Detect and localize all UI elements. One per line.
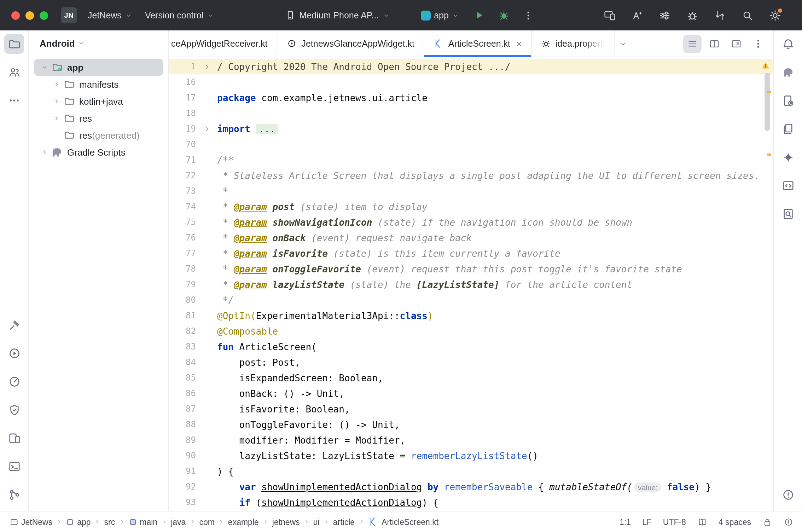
- line-number[interactable]: 83: [169, 342, 196, 352]
- line-number[interactable]: 92: [169, 482, 196, 492]
- line-number[interactable]: 78: [169, 264, 196, 274]
- layout-inspector-button[interactable]: [598, 5, 621, 25]
- line-number[interactable]: 89: [169, 435, 196, 445]
- code-line-78[interactable]: 78 * @param onToggleFavorite (event) req…: [169, 261, 773, 277]
- preview-layout-button[interactable]: [727, 34, 745, 53]
- code-line-86[interactable]: 86 onBack: () -> Unit,: [169, 386, 773, 401]
- settings-button[interactable]: [764, 5, 786, 25]
- search-button[interactable]: [736, 5, 759, 25]
- code-line-90[interactable]: 90 lazyListState: LazyListState = rememb…: [169, 448, 773, 463]
- version-control-button[interactable]: [4, 485, 24, 504]
- line-number[interactable]: 91: [169, 466, 196, 476]
- line-number[interactable]: 74: [169, 202, 196, 212]
- breadcrumb-item-com[interactable]: com: [199, 517, 214, 526]
- reader-mode-icon[interactable]: [697, 517, 707, 527]
- file-encoding[interactable]: UTF-8: [663, 517, 686, 526]
- code-line-87[interactable]: 87 isFavorite: Boolean,: [169, 401, 773, 417]
- profiler-button[interactable]: [4, 371, 24, 391]
- chevron-right-icon[interactable]: [39, 149, 50, 156]
- gradle-button[interactable]: [778, 62, 798, 82]
- line-separator[interactable]: LF: [642, 517, 652, 526]
- caret-position[interactable]: 1:1: [620, 517, 631, 526]
- line-number[interactable]: 75: [169, 217, 196, 227]
- breadcrumb-item-java[interactable]: java: [171, 517, 186, 526]
- code-line-1[interactable]: 1/ Copyright 2020 The Android Open Sourc…: [169, 59, 773, 74]
- app-insights-button[interactable]: [4, 400, 24, 420]
- terminal-button[interactable]: [4, 456, 24, 476]
- more-run-actions-button[interactable]: [517, 5, 540, 25]
- code-line-84[interactable]: 84 post: Post,: [169, 354, 773, 370]
- run-button[interactable]: [468, 5, 490, 25]
- breadcrumb-item-src[interactable]: src: [104, 517, 115, 526]
- minimize-window-button[interactable]: [25, 11, 34, 19]
- tab-ceappwidgetreceiver-kt[interactable]: ceAppWidgetReceiver.kt: [169, 30, 277, 57]
- line-number[interactable]: 17: [169, 93, 196, 103]
- line-number[interactable]: 77: [169, 248, 196, 258]
- code-line-91[interactable]: 91) {: [169, 463, 773, 479]
- code-line-72[interactable]: 72 * Stateless Article Screen that displ…: [169, 168, 773, 183]
- line-number[interactable]: 88: [169, 420, 196, 429]
- breadcrumb-item-ui[interactable]: ui: [313, 517, 320, 526]
- device-manager-button[interactable]: [4, 428, 24, 448]
- close-window-button[interactable]: [11, 11, 20, 19]
- device-selector[interactable]: Medium Phone AP...: [279, 6, 396, 24]
- filter-settings-button[interactable]: [653, 5, 676, 25]
- chevron-right-icon[interactable]: [51, 81, 62, 88]
- warning-stripe-mark[interactable]: [767, 154, 771, 156]
- tree-item-res-generated[interactable]: res (generated): [34, 127, 163, 144]
- code-line-88[interactable]: 88 onToggleFavorite: () -> Unit,: [169, 417, 773, 432]
- code-line-77[interactable]: 77 * @param isFavorite (state) is this i…: [169, 245, 773, 261]
- code-line-74[interactable]: 74 * @param post (state) item to display: [169, 199, 773, 214]
- code-line-80[interactable]: 80 */: [169, 292, 773, 308]
- find-in-file-button[interactable]: [778, 204, 798, 224]
- line-number[interactable]: 85: [169, 373, 196, 383]
- breadcrumb-item-example[interactable]: example: [228, 517, 259, 526]
- project-view-selector[interactable]: Android: [40, 38, 75, 48]
- line-number[interactable]: 19: [169, 124, 196, 134]
- device-manager-phone-button[interactable]: [778, 91, 798, 110]
- fold-arrow-icon[interactable]: [196, 63, 217, 70]
- tree-item-gradle-scripts[interactable]: Gradle Scripts: [34, 144, 163, 161]
- debug-button[interactable]: [493, 5, 515, 25]
- line-number[interactable]: 84: [169, 357, 196, 367]
- code-line-92[interactable]: 92 var showUnimplementedActionDialog by …: [169, 479, 773, 495]
- problems-indicator-icon[interactable]: [784, 517, 794, 527]
- line-number[interactable]: 81: [169, 311, 196, 320]
- line-number[interactable]: 76: [169, 233, 196, 243]
- scrollbar-thumb[interactable]: [765, 73, 770, 131]
- indent-setting[interactable]: 4 spaces: [719, 517, 751, 526]
- editor-scrollbar[interactable]: [764, 73, 771, 505]
- line-number[interactable]: 18: [169, 108, 196, 118]
- more-button[interactable]: [4, 91, 24, 110]
- tab-articlescreen-kt[interactable]: ArticleScreen.kt×: [424, 30, 532, 57]
- sync-project-button[interactable]: [709, 5, 731, 25]
- tree-item-app[interactable]: app: [34, 59, 163, 76]
- chevron-right-icon[interactable]: [51, 98, 62, 105]
- tab-idea-properti[interactable]: idea.properti: [532, 30, 615, 57]
- code-line-73[interactable]: 73 *: [169, 183, 773, 199]
- split-editor-button[interactable]: [705, 34, 723, 53]
- build-analyzer-button[interactable]: [681, 5, 704, 25]
- breadcrumb-item-articlescreen-kt[interactable]: ArticleScreen.kt: [368, 516, 438, 527]
- ai-actions-button[interactable]: [626, 5, 649, 25]
- hidden-tabs-chevron[interactable]: [615, 30, 632, 57]
- warning-stripe-mark[interactable]: [767, 91, 771, 93]
- project-menu[interactable]: JetNews: [81, 7, 139, 24]
- code-line-85[interactable]: 85 isExpandedScreen: Boolean,: [169, 370, 773, 386]
- tree-item-kotlin-java[interactable]: kotlin+java: [34, 93, 163, 110]
- run-button[interactable]: [4, 343, 24, 363]
- commit-users-button[interactable]: [4, 62, 24, 82]
- code-editor[interactable]: 1/ Copyright 2020 The Android Open Sourc…: [169, 57, 773, 511]
- code-line-70[interactable]: 70: [169, 137, 773, 152]
- line-number[interactable]: 80: [169, 295, 196, 305]
- code-line-18[interactable]: 18: [169, 105, 773, 121]
- inspection-warning-icon[interactable]: [761, 61, 770, 70]
- code-line-93[interactable]: 93 if (showUnimplementedActionDialog) {: [169, 495, 773, 510]
- problems-button[interactable]: [778, 485, 798, 504]
- code-line-71[interactable]: 71/**: [169, 152, 773, 168]
- line-number[interactable]: 70: [169, 139, 196, 149]
- run-configuration-selector[interactable]: app: [414, 7, 466, 24]
- code-line-81[interactable]: 81@OptIn(ExperimentalMaterial3Api::class…: [169, 308, 773, 323]
- line-number[interactable]: 79: [169, 279, 196, 289]
- close-tab-icon[interactable]: ×: [516, 38, 522, 49]
